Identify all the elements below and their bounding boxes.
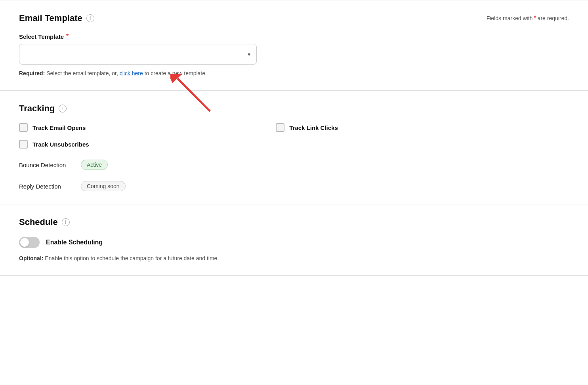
schedule-hint-text: Enable this option to schedule the campa… bbox=[45, 255, 219, 261]
track-unsubscribes-checkbox[interactable] bbox=[19, 140, 28, 149]
bounce-detection-row: Bounce Detection Active bbox=[19, 160, 569, 170]
track-link-clicks-item: Track Link Clicks bbox=[276, 123, 338, 132]
hint-text-before-link: Select the email template, or, bbox=[46, 70, 119, 76]
email-template-info-icon[interactable]: i bbox=[86, 14, 94, 22]
click-here-link[interactable]: click here bbox=[120, 70, 143, 76]
email-template-section: Email Template i Fields marked with * ar… bbox=[0, 0, 588, 91]
tracking-section: Tracking i Track Email Opens Track Link … bbox=[0, 91, 588, 204]
track-email-opens-checkbox[interactable] bbox=[19, 123, 28, 132]
track-link-clicks-label: Track Link Clicks bbox=[289, 124, 338, 131]
track-unsubscribes-label: Track Unsubscribes bbox=[32, 141, 89, 148]
schedule-title-text: Schedule bbox=[19, 217, 58, 227]
tracking-grid: Track Email Opens Track Link Clicks Trac… bbox=[19, 123, 569, 191]
schedule-hint: Optional: Enable this option to schedule… bbox=[19, 254, 257, 263]
enable-scheduling-label: Enable Scheduling bbox=[46, 239, 103, 246]
page-container: Email Template i Fields marked with * ar… bbox=[0, 0, 588, 385]
schedule-info-icon[interactable]: i bbox=[62, 218, 70, 226]
tracking-info-icon[interactable]: i bbox=[59, 105, 67, 112]
template-hint: Required: Select the email template, or,… bbox=[19, 69, 265, 78]
required-notice-star: * bbox=[534, 15, 536, 22]
tracking-title-text: Tracking bbox=[19, 103, 55, 114]
enable-scheduling-toggle[interactable] bbox=[19, 237, 40, 248]
schedule-title: Schedule i bbox=[19, 217, 569, 227]
bounce-detection-badge: Active bbox=[81, 160, 108, 170]
select-template-dropdown[interactable] bbox=[19, 44, 257, 65]
toggle-knob bbox=[20, 238, 29, 247]
schedule-hint-label: Optional: bbox=[19, 255, 43, 261]
section-header-row: Email Template i Fields marked with * ar… bbox=[19, 13, 569, 23]
track-email-opens-label: Track Email Opens bbox=[32, 124, 86, 131]
reply-detection-row: Reply Detection Coming soon bbox=[19, 181, 569, 191]
track-unsubscribes-item: Track Unsubscribes bbox=[19, 140, 569, 149]
reply-detection-badge: Coming soon bbox=[81, 181, 126, 191]
field-required-star: * bbox=[66, 33, 69, 40]
tracking-row-2: Track Unsubscribes bbox=[19, 140, 569, 149]
hint-label: Required: bbox=[19, 70, 45, 76]
tracking-row-1: Track Email Opens Track Link Clicks bbox=[19, 123, 569, 132]
required-notice-prefix: Fields marked with bbox=[487, 15, 533, 21]
enable-scheduling-row: Enable Scheduling bbox=[19, 237, 569, 248]
schedule-section: Schedule i Enable Scheduling Optional: E… bbox=[0, 204, 588, 276]
bounce-detection-label: Bounce Detection bbox=[19, 162, 74, 168]
track-email-opens-item: Track Email Opens bbox=[19, 123, 86, 132]
email-template-title: Email Template i bbox=[19, 13, 94, 23]
reply-detection-label: Reply Detection bbox=[19, 183, 74, 190]
hint-text-after-link: to create a new template. bbox=[143, 70, 207, 76]
tracking-title: Tracking i bbox=[19, 103, 569, 114]
select-template-label: Select Template * bbox=[19, 33, 569, 40]
select-template-wrapper: ▾ bbox=[19, 44, 257, 65]
track-link-clicks-checkbox[interactable] bbox=[276, 123, 284, 132]
email-template-title-text: Email Template bbox=[19, 13, 82, 23]
required-notice-suffix: are required. bbox=[538, 15, 569, 21]
required-notice: Fields marked with * are required. bbox=[487, 15, 569, 22]
